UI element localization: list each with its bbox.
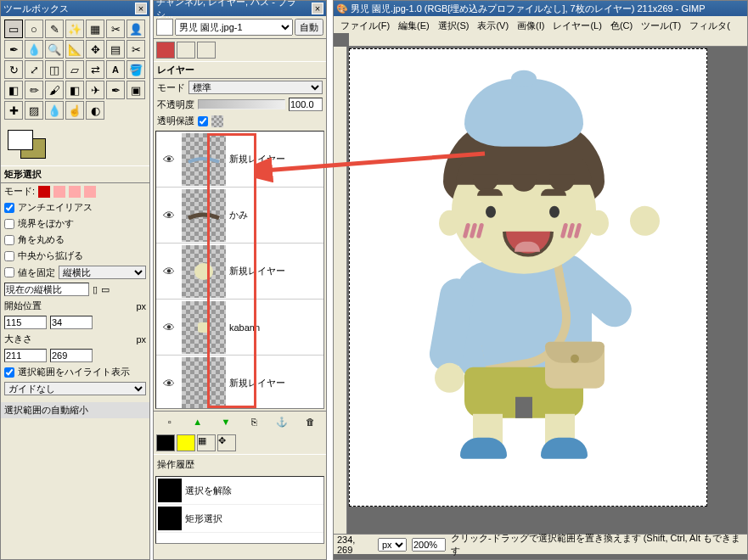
rect-select-tool[interactable]: ▭	[4, 20, 23, 38]
layer-item[interactable]: 👁 kabann	[156, 300, 323, 356]
eraser-tool[interactable]: ◧	[65, 81, 84, 99]
opacity-slider[interactable]	[198, 99, 285, 109]
color-swatches[interactable]	[1, 123, 149, 165]
mode-add-icon[interactable]	[53, 186, 65, 198]
antialias-checkbox[interactable]	[4, 203, 14, 213]
delete-layer-icon[interactable]: 🗑	[302, 414, 318, 429]
layer-thumbnail[interactable]	[182, 189, 226, 242]
rotate-tool[interactable]: ↻	[4, 60, 23, 79]
free-select-tool[interactable]: ✎	[45, 20, 64, 38]
size-h-input[interactable]	[50, 349, 93, 362]
fix-checkbox[interactable]	[4, 267, 14, 277]
round-checkbox[interactable]	[4, 235, 14, 245]
portrait-icon[interactable]: ▯	[93, 284, 98, 295]
layer-thumbnail[interactable]	[182, 245, 226, 298]
size-w-input[interactable]	[4, 349, 47, 362]
mode-intersect-icon[interactable]	[84, 186, 96, 198]
ruler-horizontal[interactable]	[349, 33, 747, 47]
close-icon[interactable]: ×	[312, 3, 323, 14]
layer-item[interactable]: 👁 新規レイヤー	[156, 132, 323, 188]
layer-item[interactable]: 👁 新規レイヤー	[156, 356, 323, 409]
measure-tool[interactable]: 📐	[65, 40, 84, 59]
history-item[interactable]: 選択を解除	[156, 477, 323, 505]
undo-tab-icon[interactable]	[177, 434, 195, 451]
layer-name[interactable]: かみ	[226, 209, 248, 221]
visibility-icon[interactable]: 👁	[156, 377, 182, 390]
image-thumb[interactable]	[156, 19, 173, 36]
align-tool[interactable]: ▤	[106, 40, 125, 59]
visibility-icon[interactable]: 👁	[156, 153, 182, 166]
pattern-tab-icon[interactable]: ▦	[197, 434, 216, 451]
menu-layer[interactable]: レイヤー(L)	[549, 18, 605, 31]
layer-item[interactable]: 👁 かみ	[156, 188, 323, 244]
visibility-icon[interactable]: 👁	[156, 321, 182, 334]
unit-select[interactable]: px	[378, 538, 407, 552]
blur-checkbox[interactable]	[4, 219, 14, 229]
aspect-ratio-select[interactable]: 縦横比	[59, 266, 146, 279]
menu-view[interactable]: 表示(V)	[474, 18, 512, 31]
dodge-tool[interactable]: ◐	[86, 101, 104, 120]
layer-thumbnail[interactable]	[182, 133, 226, 186]
anchor-layer-icon[interactable]: ⚓	[274, 414, 290, 429]
duplicate-layer-icon[interactable]: ⎘	[246, 414, 262, 429]
ink-tool[interactable]: ✒	[106, 81, 125, 99]
paths-tab-icon[interactable]	[197, 42, 216, 59]
start-y-input[interactable]	[50, 316, 93, 329]
foreground-tool[interactable]: 👤	[127, 20, 145, 38]
flip-tool[interactable]: ⇄	[86, 60, 104, 79]
landscape-icon[interactable]: ▭	[101, 284, 110, 295]
menu-edit[interactable]: 編集(E)	[395, 18, 433, 31]
brush-tool[interactable]: 🖌	[45, 81, 64, 99]
new-layer-icon[interactable]: ▫	[162, 414, 177, 429]
layers-tab-icon[interactable]	[156, 42, 175, 59]
scale-tool[interactable]: ⤢	[25, 60, 43, 79]
center-checkbox[interactable]	[4, 251, 14, 261]
menu-file[interactable]: ファイル(F)	[337, 18, 393, 31]
layer-thumbnail[interactable]	[182, 357, 226, 410]
crop-tool[interactable]: ✂	[127, 40, 145, 59]
visibility-icon[interactable]: 👁	[156, 209, 182, 222]
perspective-tool[interactable]: ▱	[65, 60, 84, 79]
image-select[interactable]: 男児 園児.jpg-1	[175, 19, 293, 36]
canvas[interactable]	[349, 48, 707, 507]
menu-tool[interactable]: ツール(T)	[638, 18, 684, 31]
start-x-input[interactable]	[4, 316, 47, 329]
pencil-tool[interactable]: ✏	[25, 81, 43, 99]
scissors-tool[interactable]: ✂	[106, 20, 125, 38]
layer-name[interactable]: 新規レイヤー	[226, 265, 285, 277]
close-icon[interactable]: ×	[135, 3, 147, 14]
airbrush-tool[interactable]: ✈	[86, 81, 104, 99]
color-select-tool[interactable]: ▦	[86, 20, 104, 38]
history-item[interactable]: 矩形選択	[156, 505, 323, 533]
perspective-clone-tool[interactable]: ▨	[25, 101, 43, 120]
layer-item[interactable]: 👁 新規レイヤー	[156, 244, 323, 300]
blur-tool[interactable]: 💧	[45, 101, 64, 120]
guide-select[interactable]: ガイドなし	[4, 382, 146, 395]
fuzzy-select-tool[interactable]: ✨	[65, 20, 84, 38]
mode-replace-icon[interactable]	[38, 186, 50, 198]
zoom-input[interactable]	[412, 538, 446, 552]
clone-tool[interactable]: ▣	[127, 81, 145, 99]
opacity-input[interactable]	[289, 98, 323, 111]
menu-image[interactable]: 画像(I)	[514, 18, 548, 31]
layer-name[interactable]: kabann	[226, 322, 260, 333]
move-tool[interactable]: ✥	[86, 40, 104, 59]
raise-layer-icon[interactable]: ▲	[190, 414, 205, 429]
protect-trans-checkbox[interactable]	[198, 116, 208, 126]
heal-tool[interactable]: ✚	[4, 101, 23, 120]
menu-filter[interactable]: フィルタ(	[686, 18, 734, 31]
menu-color[interactable]: 色(C)	[607, 18, 636, 31]
blend-mode-select[interactable]: 標準	[188, 81, 323, 94]
zoom-tool[interactable]: 🔍	[45, 40, 64, 59]
lower-layer-icon[interactable]: ▼	[218, 414, 233, 429]
move-tab-icon[interactable]: ✥	[217, 434, 236, 451]
menu-select[interactable]: 選択(S)	[435, 18, 473, 31]
shear-tool[interactable]: ◫	[45, 60, 64, 79]
ruler-vertical[interactable]	[334, 47, 347, 534]
bucket-tool[interactable]: 🪣	[127, 60, 145, 79]
channels-tab-icon[interactable]	[177, 42, 195, 59]
auto-button[interactable]: 自動	[295, 19, 323, 36]
layer-name[interactable]: 新規レイヤー	[226, 377, 285, 389]
foreground-color[interactable]	[8, 130, 33, 150]
autoshrink-label[interactable]: 選択範囲の自動縮小	[4, 404, 88, 417]
